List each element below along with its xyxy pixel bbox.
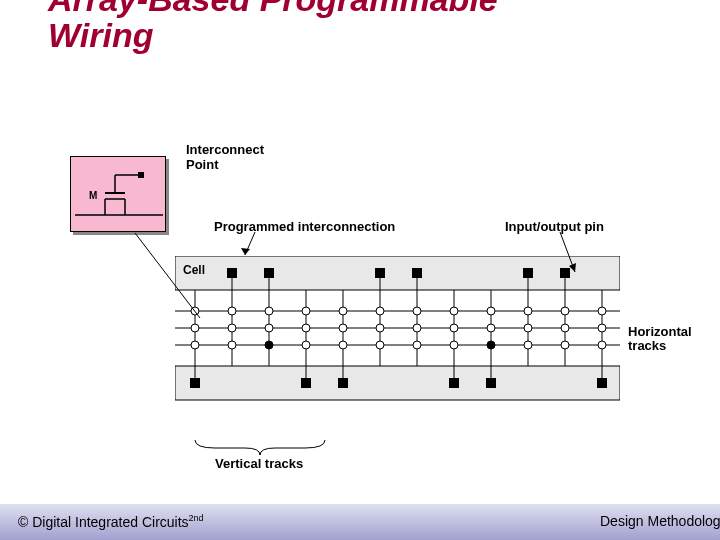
svg-point-57 (561, 341, 569, 349)
svg-point-38 (339, 324, 347, 332)
svg-point-37 (339, 307, 347, 315)
svg-marker-86 (241, 248, 250, 255)
io-pin-label: Input/output pin (505, 219, 604, 234)
svg-point-28 (228, 307, 236, 315)
wiring-array-diagram (175, 256, 620, 451)
svg-point-47 (450, 324, 458, 332)
svg-point-27 (191, 341, 199, 349)
design-methodology-label: Design Methodologie (600, 513, 720, 529)
svg-point-40 (376, 307, 384, 315)
svg-rect-8 (175, 256, 620, 290)
svg-point-46 (450, 307, 458, 315)
svg-rect-63 (264, 268, 274, 278)
svg-rect-81 (486, 378, 496, 388)
horizontal-tracks-label: Horizontal tracks (628, 325, 692, 354)
svg-rect-75 (301, 378, 311, 388)
svg-point-36 (302, 341, 310, 349)
cell-label: Cell (183, 263, 205, 277)
svg-point-58 (598, 307, 606, 315)
svg-point-39 (339, 341, 347, 349)
svg-point-59 (598, 324, 606, 332)
svg-point-44 (413, 324, 421, 332)
svg-point-49 (487, 307, 495, 315)
interconnect-label: Interconnect Point (186, 142, 264, 172)
svg-rect-71 (560, 268, 570, 278)
svg-point-60 (598, 341, 606, 349)
svg-point-52 (524, 307, 532, 315)
svg-point-34 (302, 307, 310, 315)
svg-point-55 (561, 307, 569, 315)
interconnect-point-box: M (70, 156, 166, 232)
svg-point-26 (191, 324, 199, 332)
title-line-2: Wiring (48, 16, 153, 54)
svg-point-29 (228, 324, 236, 332)
svg-point-50 (487, 324, 495, 332)
svg-point-53 (524, 324, 532, 332)
svg-point-56 (561, 324, 569, 332)
mosfet-label: M (89, 190, 97, 201)
svg-point-48 (450, 341, 458, 349)
mosfet-icon: M (71, 157, 167, 233)
svg-point-35 (302, 324, 310, 332)
svg-rect-7 (138, 172, 144, 178)
svg-point-42 (376, 341, 384, 349)
copyright-text: © Digital Integrated Circuits2nd (18, 513, 204, 530)
svg-point-41 (376, 324, 384, 332)
svg-point-45 (413, 341, 421, 349)
svg-point-25 (191, 307, 199, 315)
svg-rect-69 (523, 268, 533, 278)
svg-point-43 (413, 307, 421, 315)
svg-point-54 (524, 341, 532, 349)
svg-point-31 (265, 307, 273, 315)
programmed-interconnection-label: Programmed interconnection (214, 219, 395, 234)
svg-rect-65 (375, 268, 385, 278)
svg-point-51 (487, 341, 495, 349)
svg-rect-61 (227, 268, 237, 278)
vertical-tracks-label: Vertical tracks (215, 456, 303, 471)
svg-rect-9 (175, 366, 620, 400)
svg-rect-77 (338, 378, 348, 388)
svg-rect-73 (190, 378, 200, 388)
svg-rect-79 (449, 378, 459, 388)
svg-point-33 (265, 341, 273, 349)
svg-rect-83 (597, 378, 607, 388)
svg-point-30 (228, 341, 236, 349)
svg-rect-67 (412, 268, 422, 278)
svg-line-85 (245, 232, 255, 255)
svg-point-32 (265, 324, 273, 332)
